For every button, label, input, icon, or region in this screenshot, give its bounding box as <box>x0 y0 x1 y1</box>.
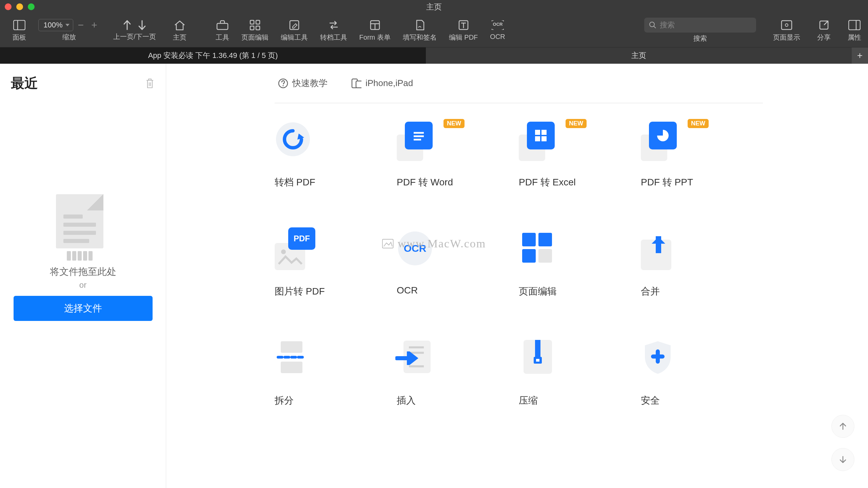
page-display-button[interactable]: 页面显示 <box>773 19 800 42</box>
tile-split[interactable]: 拆分 <box>275 339 397 407</box>
devices-icon <box>351 78 361 88</box>
tile-page-edit[interactable]: 页面编辑 <box>519 229 641 298</box>
image-pdf-icon: PDF <box>275 229 315 270</box>
svg-rect-3 <box>250 20 254 24</box>
toolbar: 面板 100% − + 缩放 上一页/下一页 主页 <box>0 14 868 47</box>
ocr-icon: OCR <box>491 19 505 32</box>
quicklink-tutorial[interactable]: 快速教学 <box>278 77 328 89</box>
trash-icon[interactable] <box>145 78 155 89</box>
svg-rect-5 <box>250 26 254 30</box>
close-window-button[interactable] <box>5 3 12 10</box>
insert-icon <box>397 339 437 379</box>
zoom-in-button[interactable]: + <box>88 19 100 31</box>
add-tab-button[interactable]: + <box>852 47 868 64</box>
search-input[interactable]: 搜索 <box>644 18 756 33</box>
svg-rect-15 <box>782 21 792 29</box>
page-nav-group: 上一页/下一页 <box>113 19 156 41</box>
convert-pdf-icon <box>275 120 315 161</box>
fullscreen-window-button[interactable] <box>28 3 35 10</box>
tile-compress[interactable]: 压缩 <box>519 339 641 407</box>
svg-rect-35 <box>538 233 552 246</box>
excel-icon <box>519 120 559 161</box>
search-group: 搜索 搜索 <box>644 18 756 43</box>
traffic-lights <box>5 3 35 10</box>
svg-rect-36 <box>522 249 536 263</box>
compress-icon <box>519 339 559 379</box>
zoom-out-button[interactable]: − <box>75 19 87 31</box>
help-icon <box>278 78 288 88</box>
zoom-control: 100% − + 缩放 <box>39 19 100 42</box>
prev-page-button[interactable] <box>122 19 132 31</box>
tile-pdf-to-word[interactable]: NEW PDF 转 Word <box>397 120 519 189</box>
scroll-up-button[interactable] <box>831 415 854 438</box>
svg-rect-18 <box>849 20 860 30</box>
properties-button[interactable]: 属性 <box>848 19 861 42</box>
sign-icon <box>414 19 425 32</box>
window-title: 主页 <box>426 2 442 12</box>
svg-rect-46 <box>536 359 539 362</box>
tile-ocr[interactable]: OCR OCR <box>397 229 519 298</box>
svg-line-14 <box>654 26 656 28</box>
tile-insert[interactable]: 插入 <box>397 339 519 407</box>
share-button[interactable]: 分享 <box>817 19 831 42</box>
svg-rect-4 <box>256 20 260 24</box>
drop-or: or <box>79 280 86 290</box>
fill-sign-button[interactable]: 填写和签名 <box>403 19 437 42</box>
svg-rect-2 <box>217 23 228 29</box>
dropzone[interactable]: 将文件拖至此处 or 选择文件 <box>0 194 166 321</box>
ocr-tile-icon: OCR <box>397 229 437 270</box>
form-icon <box>370 19 380 32</box>
svg-rect-25 <box>356 81 361 88</box>
tab-home[interactable]: 主页 <box>426 47 852 64</box>
ocr-button[interactable]: OCR OCR <box>490 19 505 41</box>
titlebar: 主页 <box>0 0 868 14</box>
svg-rect-29 <box>535 130 540 135</box>
grid-icon <box>250 19 260 32</box>
tile-security[interactable]: 安全 <box>641 339 763 407</box>
tile-pdf-to-excel[interactable]: NEW PDF 转 Excel <box>519 120 641 189</box>
tile-merge[interactable]: 合并 <box>641 229 763 298</box>
ppt-icon <box>641 120 682 161</box>
share-icon <box>819 19 829 32</box>
svg-text:OCR: OCR <box>493 22 503 27</box>
file-illustration-icon <box>56 194 110 255</box>
form-button[interactable]: Form 表单 <box>359 19 391 42</box>
properties-icon <box>848 19 861 32</box>
scroll-down-button[interactable] <box>831 448 854 471</box>
next-page-button[interactable] <box>137 19 147 31</box>
tabstrip: App 安装必读 下午 1.36.49 (第 1 / 5 页) 主页 + <box>0 47 868 64</box>
main: 最近 将文件拖至此处 or 选择文件 快速教学 <box>0 64 868 488</box>
convert-tools-button[interactable]: 转档工具 <box>320 19 347 42</box>
tab-document[interactable]: App 安装必读 下午 1.36.49 (第 1 / 5 页) <box>0 47 426 64</box>
minimize-window-button[interactable] <box>16 3 23 10</box>
page-edit-button[interactable]: 页面编辑 <box>241 19 269 42</box>
svg-rect-44 <box>535 340 540 357</box>
svg-point-13 <box>650 22 654 27</box>
content: 快速教学 iPhone,iPad 转档 PDF NEW <box>166 64 868 488</box>
select-file-button[interactable]: 选择文件 <box>14 296 153 321</box>
svg-point-23 <box>282 85 283 86</box>
tools-button[interactable]: 工具 <box>216 19 229 42</box>
zoom-select[interactable]: 100% <box>38 19 73 31</box>
svg-rect-31 <box>535 136 540 141</box>
quicklink-mobile[interactable]: iPhone,iPad <box>351 78 413 88</box>
shield-icon <box>641 339 682 379</box>
tile-convert-pdf[interactable]: 转档 PDF <box>275 120 397 189</box>
svg-rect-38 <box>281 341 302 353</box>
drop-text: 将文件拖至此处 <box>50 265 116 278</box>
page-display-icon <box>781 19 792 32</box>
svg-rect-34 <box>522 233 536 246</box>
new-badge: NEW <box>566 119 587 128</box>
svg-rect-39 <box>281 362 302 373</box>
toolbox-icon <box>216 19 229 32</box>
tile-image-to-pdf[interactable]: PDF 图片转 PDF <box>275 229 397 298</box>
tile-pdf-to-ppt[interactable]: NEW PDF 转 PPT <box>641 120 763 189</box>
edit-tools-button[interactable]: 编辑工具 <box>281 19 308 42</box>
svg-rect-32 <box>541 136 547 141</box>
merge-icon <box>641 229 682 270</box>
home-button[interactable]: 主页 <box>173 14 186 47</box>
svg-rect-30 <box>541 130 547 135</box>
panel-button[interactable]: 面板 <box>7 14 32 47</box>
edit-pdf-button[interactable]: 编辑 PDF <box>449 19 478 42</box>
search-icon <box>649 21 656 29</box>
